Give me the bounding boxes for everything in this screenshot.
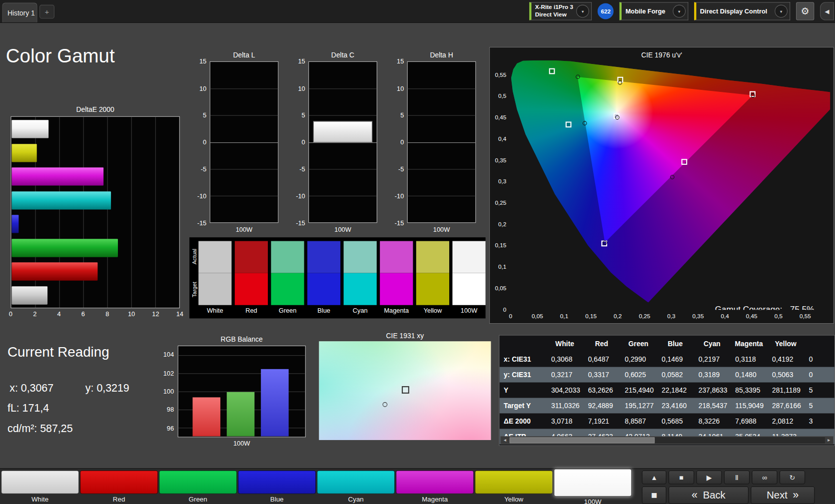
scrollbar-thumb[interactable] bbox=[510, 438, 655, 444]
display-control-dropdown[interactable]: Direct Display Control ▼ bbox=[694, 2, 790, 20]
meter-dropdown-button[interactable]: ▼ bbox=[576, 5, 589, 18]
pattern-swatch bbox=[159, 471, 237, 494]
display-control-dropdown-button[interactable]: ▼ bbox=[775, 5, 788, 18]
deltae-bar-white bbox=[11, 120, 48, 138]
table-cell: 0,6487 bbox=[583, 355, 620, 363]
rgb-balance-y-axis: 1041021009896 bbox=[158, 346, 175, 438]
deltae-bar-row-100w bbox=[11, 283, 178, 307]
pattern-label: Magenta bbox=[396, 496, 474, 503]
delta-chart-delta-h: Delta H151050-5-10-15100W bbox=[407, 51, 476, 237]
swatch-column-magenta: Magenta bbox=[380, 241, 413, 314]
table-row-y: Y304,203363,2626215,494022,1842237,86338… bbox=[499, 383, 835, 398]
table-cell: 215,4940 bbox=[620, 386, 657, 394]
table-cell: 85,3395 bbox=[731, 386, 768, 394]
axis-tick-label: 10 bbox=[286, 84, 305, 92]
pattern-label: Yellow bbox=[475, 496, 553, 503]
target-swatch bbox=[416, 273, 449, 305]
rgb-balance-x-label: 100W bbox=[178, 440, 306, 447]
axis-tick-label: 0,25 bbox=[639, 313, 650, 320]
axis-tick-label: 0,05 bbox=[492, 285, 506, 291]
measurement-marker bbox=[603, 240, 607, 245]
axis-tick-label: 8 bbox=[105, 310, 109, 318]
table-row-label: Y bbox=[499, 386, 546, 394]
measurement-marker bbox=[383, 402, 388, 407]
next-chevrons-icon: » bbox=[793, 489, 799, 502]
tab-history-1[interactable]: History 1 bbox=[2, 2, 37, 22]
source-dropdown-button[interactable]: ▼ bbox=[673, 5, 686, 18]
measurement-marker bbox=[576, 75, 580, 79]
rgb-bar-green bbox=[227, 392, 255, 436]
swatch-column-white: White bbox=[198, 241, 231, 314]
axis-tick-label: 0,4 bbox=[721, 313, 729, 320]
pattern-label: Red bbox=[80, 496, 158, 503]
deltae-bar-blue bbox=[11, 215, 18, 233]
measurement-table: WhiteRedGreenBlueCyanMagentaYellowx: CIE… bbox=[499, 336, 835, 445]
scrollbar-track[interactable] bbox=[509, 437, 825, 444]
collapse-panel-button[interactable]: ◀ bbox=[820, 2, 834, 20]
table-cell: 0,3118 bbox=[731, 355, 768, 363]
scroll-left-icon[interactable]: ◄ bbox=[501, 437, 509, 444]
table-cell: 0,5063 bbox=[767, 371, 804, 379]
table-cell: 0,3317 bbox=[583, 371, 620, 379]
table-header-white: White bbox=[546, 340, 583, 348]
actual-swatch bbox=[198, 241, 231, 273]
measurement-marker bbox=[615, 115, 620, 120]
next-button[interactable]: Next » bbox=[751, 487, 815, 504]
axis-tick-label: 0,35 bbox=[492, 157, 506, 163]
pattern-button-100w[interactable]: 100W bbox=[554, 471, 632, 504]
table-row-label: ΔE 2000 bbox=[499, 417, 546, 425]
topbar-right-cluster: X-Rite i1Pro 3 Direct View ▼ 622 Mobile … bbox=[529, 0, 834, 22]
deltae-bar-row-blue bbox=[11, 212, 178, 236]
source-name: Mobile Forge bbox=[626, 7, 666, 15]
swatch-column-green: Green bbox=[271, 241, 304, 314]
axis-tick-label: 5 bbox=[286, 111, 305, 119]
up-button[interactable]: ▲ bbox=[642, 471, 666, 485]
swatch-column-yellow: Yellow bbox=[416, 241, 449, 314]
axis-tick-label: 0,15 bbox=[585, 313, 597, 320]
gridline bbox=[178, 355, 305, 356]
pattern-button-magenta[interactable]: Magenta bbox=[396, 471, 474, 504]
pattern-button-blue[interactable]: Blue bbox=[238, 471, 316, 504]
gridline bbox=[210, 196, 278, 196]
target-row-label: Target bbox=[191, 274, 197, 306]
deltae-bar-yellow bbox=[11, 144, 36, 162]
stop-button[interactable]: ■ bbox=[669, 471, 694, 485]
target-swatch bbox=[307, 273, 340, 305]
meter-dropdown-text: X-Rite i1Pro 3 Direct View bbox=[535, 4, 573, 18]
settings-button[interactable]: ⚙ bbox=[796, 2, 814, 20]
actual-swatch bbox=[235, 241, 268, 273]
source-dropdown[interactable]: Mobile Forge ▼ bbox=[620, 2, 688, 20]
meter-dropdown[interactable]: X-Rite i1Pro 3 Direct View ▼ bbox=[529, 2, 592, 20]
pattern-button-red[interactable]: Red bbox=[80, 471, 158, 504]
continuous-read-button[interactable]: ∞ bbox=[752, 471, 777, 485]
collapse-icon: ◀ bbox=[825, 7, 829, 14]
table-cell: 3 bbox=[804, 417, 835, 425]
refresh-button[interactable]: ↻ bbox=[780, 471, 805, 485]
back-button[interactable]: « Back bbox=[669, 487, 749, 504]
pattern-button-yellow[interactable]: Yellow bbox=[475, 471, 553, 504]
pattern-button-green[interactable]: Green bbox=[159, 471, 237, 504]
axis-label: 100W bbox=[308, 226, 377, 234]
table-cell: 23,4160 bbox=[657, 402, 694, 410]
table-header-red: Red bbox=[583, 340, 620, 348]
add-tab-button[interactable]: + bbox=[39, 5, 54, 19]
current-reading-y: y: 0,3219 bbox=[85, 382, 129, 394]
play-button[interactable]: ▶ bbox=[696, 471, 722, 485]
scroll-right-icon[interactable]: ► bbox=[825, 437, 833, 444]
pause-button[interactable]: Ⅱ bbox=[724, 471, 750, 485]
pattern-window-button[interactable]: ■ bbox=[642, 487, 666, 504]
measurement-marker bbox=[751, 93, 755, 97]
pattern-button-white[interactable]: White bbox=[1, 471, 79, 504]
table-cell: 0 bbox=[804, 371, 835, 379]
pattern-button-cyan[interactable]: Cyan bbox=[317, 471, 395, 504]
table-scrollbar[interactable]: ◄ ► bbox=[501, 436, 834, 444]
axis-tick-label: 0,1 bbox=[492, 263, 506, 270]
table-cell: 304,2033 bbox=[546, 386, 583, 394]
pattern-label: White bbox=[1, 496, 79, 503]
table-cell: 0,2990 bbox=[620, 355, 657, 363]
axis-tick-label: 15 bbox=[286, 57, 305, 65]
axis-tick-label: -10 bbox=[286, 192, 305, 200]
tab-history-label: History 1 bbox=[7, 9, 35, 17]
table-cell: 115,9049 bbox=[731, 402, 768, 410]
table-cell: 0,3217 bbox=[546, 371, 583, 379]
